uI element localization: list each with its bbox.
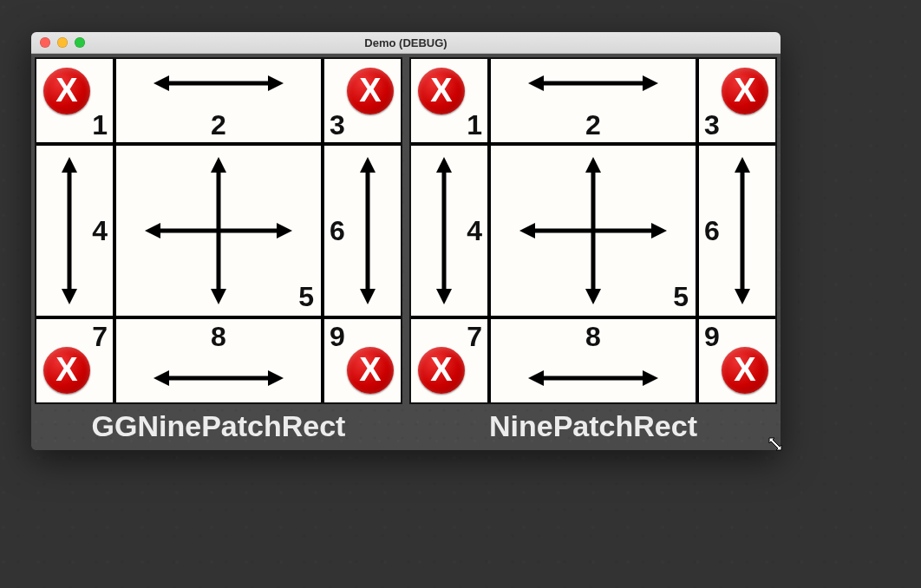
x-badge-icon: X	[43, 68, 90, 114]
arrow-horizontal-icon	[528, 73, 658, 94]
region-number: 1	[467, 111, 482, 139]
svg-marker-5	[62, 289, 77, 304]
region-3: X 3	[321, 59, 401, 146]
region-number: 2	[211, 111, 226, 139]
svg-marker-14	[360, 289, 376, 304]
svg-marker-11	[211, 289, 226, 304]
svg-marker-25	[519, 223, 535, 238]
svg-marker-16	[154, 370, 169, 386]
region-number: 7	[467, 323, 482, 350]
svg-marker-4	[62, 157, 77, 173]
region-number: 8	[585, 323, 601, 350]
svg-marker-35	[643, 370, 658, 386]
demo-window: Demo (DEBUG) X 1	[31, 32, 781, 450]
window-client-area: X 1 2	[31, 54, 781, 450]
region-2: 2	[491, 59, 696, 146]
region-number: 1	[92, 111, 108, 139]
x-badge-glyph: X	[430, 72, 452, 109]
window-close-button[interactable]	[40, 37, 50, 48]
right-panel: X 1 2	[409, 57, 777, 447]
svg-marker-29	[585, 289, 601, 304]
left-panel: X 1 2	[35, 57, 402, 447]
region-number: 4	[467, 217, 482, 245]
svg-marker-10	[211, 157, 226, 173]
arrow-horizontal-icon	[154, 368, 284, 389]
x-badge-icon: X	[722, 68, 768, 114]
svg-marker-8	[277, 223, 292, 238]
region-number: 3	[704, 111, 720, 139]
region-number: 5	[673, 283, 689, 310]
region-number: 8	[211, 323, 226, 350]
arrow-vertical-icon	[357, 157, 378, 304]
region-number: 9	[704, 323, 720, 350]
svg-marker-17	[268, 370, 284, 386]
region-4: 4	[411, 146, 491, 316]
svg-marker-28	[585, 157, 601, 173]
region-number: 5	[298, 283, 314, 310]
arrow-vertical-icon	[59, 157, 80, 304]
x-badge-glyph: X	[359, 351, 381, 389]
x-badge-icon: X	[347, 68, 394, 114]
svg-marker-22	[436, 157, 452, 173]
svg-marker-31	[735, 157, 750, 173]
region-1: X 1	[36, 59, 116, 146]
x-badge-glyph: X	[734, 72, 755, 109]
region-9: X 9	[321, 316, 401, 402]
region-1: X 1	[411, 59, 491, 146]
region-6: 6	[321, 146, 401, 316]
window-titlebar[interactable]: Demo (DEBUG)	[31, 32, 781, 54]
panel-label: GGNinePatchRect	[35, 404, 402, 447]
svg-marker-32	[735, 289, 750, 304]
x-badge-glyph: X	[430, 351, 452, 389]
region-number: 6	[330, 217, 345, 245]
traffic-lights	[31, 37, 85, 48]
arrow-horizontal-icon	[528, 368, 658, 389]
region-number: 2	[585, 111, 601, 139]
region-5: 5	[116, 146, 321, 316]
window-zoom-button[interactable]	[75, 37, 85, 48]
x-badge-glyph: X	[359, 72, 381, 109]
svg-marker-19	[528, 75, 544, 91]
region-9: X 9	[696, 316, 775, 402]
x-badge-glyph: X	[56, 72, 77, 109]
x-badge-icon: X	[347, 347, 394, 394]
svg-marker-23	[436, 289, 452, 304]
region-8: 8	[491, 316, 696, 402]
window-minimize-button[interactable]	[57, 37, 68, 48]
arrow-vertical-icon	[732, 157, 753, 304]
region-7: X 7	[411, 316, 491, 402]
arrow-horizontal-icon	[154, 73, 284, 94]
svg-marker-2	[268, 75, 284, 91]
region-6: 6	[696, 146, 775, 316]
region-number: 3	[330, 111, 345, 139]
x-badge-glyph: X	[734, 351, 755, 389]
x-badge-glyph: X	[56, 351, 77, 389]
region-number: 7	[92, 323, 108, 350]
region-5: 5	[491, 146, 696, 316]
panel-label: NinePatchRect	[409, 404, 777, 447]
svg-marker-26	[651, 223, 667, 238]
arrow-cross-icon	[519, 157, 667, 304]
ninepatch-demo-left: X 1 2	[35, 57, 402, 404]
region-4: 4	[36, 146, 116, 316]
region-number: 4	[92, 217, 108, 245]
x-badge-icon: X	[43, 347, 90, 394]
region-2: 2	[116, 59, 321, 146]
svg-marker-20	[643, 75, 658, 91]
x-badge-icon: X	[722, 347, 768, 394]
region-number: 9	[330, 323, 345, 350]
ninepatch-demo-right: X 1 2	[409, 57, 777, 404]
region-8: 8	[116, 316, 321, 402]
svg-marker-34	[528, 370, 544, 386]
region-3: X 3	[696, 59, 775, 146]
arrow-cross-icon	[145, 157, 292, 304]
region-7: X 7	[36, 316, 116, 402]
arrow-vertical-icon	[434, 157, 454, 304]
svg-marker-7	[145, 223, 160, 238]
svg-marker-1	[154, 75, 169, 91]
x-badge-icon: X	[418, 347, 465, 394]
svg-marker-13	[360, 157, 376, 173]
window-title: Demo (DEBUG)	[31, 36, 781, 49]
x-badge-icon: X	[418, 68, 465, 114]
region-number: 6	[704, 217, 720, 245]
